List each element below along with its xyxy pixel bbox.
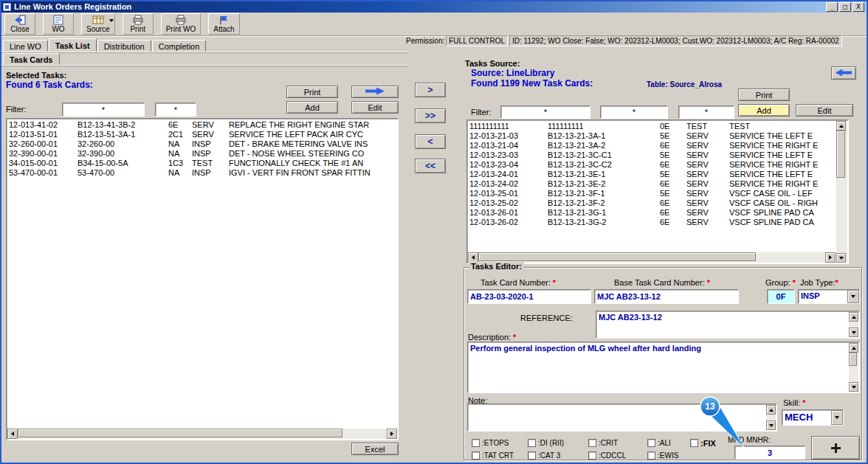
task-card-number-label: Task Card Number:* [480, 278, 556, 287]
source-vscrollbar[interactable] [836, 121, 847, 263]
move-all-right-button[interactable]: >> [415, 108, 446, 123]
scroll-up-arrow[interactable] [849, 343, 858, 353]
checkbox-etops[interactable]: :ETOPS [472, 439, 528, 447]
toolbar-button-close[interactable]: Close [4, 13, 35, 35]
source-move-arrow-button[interactable] [831, 66, 856, 80]
toolbar-button-print[interactable]: Print [123, 13, 154, 35]
scroll-thumb[interactable] [478, 252, 756, 261]
scroll-right-arrow[interactable] [825, 252, 836, 263]
checkbox-box[interactable] [588, 451, 596, 460]
checkbox-box[interactable] [588, 439, 596, 447]
scroll-up-arrow[interactable] [836, 121, 846, 131]
base-task-card-number-input[interactable] [594, 289, 739, 304]
selected-move-arrow-button[interactable] [351, 86, 399, 98]
list-row[interactable]: 32-390-00-0132-390-00NAINSPDET - NOSE WH… [9, 149, 396, 159]
chevron-down-icon[interactable] [109, 19, 114, 22]
list-row[interactable]: 12-013-24-01B12-13-21-3E-15ESERVSERVICE … [469, 170, 835, 179]
list-row[interactable]: 34-015-00-01B34-15-00-5A1C3TESTFUNCTIONA… [9, 159, 396, 168]
scroll-up-arrow[interactable] [766, 405, 776, 415]
selected-hscrollbar[interactable] [7, 429, 397, 439]
tab-task-cards[interactable]: Task Cards [3, 53, 60, 65]
list-row[interactable]: 12-013-41-02B12-13-41-3B-26ESERVREPLACE … [9, 120, 396, 130]
maximize-button[interactable]: □ [839, 2, 851, 12]
scroll-down-arrow[interactable] [849, 328, 858, 337]
source-edit-button[interactable]: Edit [796, 104, 853, 117]
scroll-up-arrow[interactable] [849, 312, 858, 322]
checkbox-box[interactable] [647, 439, 655, 447]
tasks-source-list[interactable]: 11111111111111111110ETESTTEST12-013-21-0… [466, 120, 849, 264]
source-hscrollbar[interactable] [468, 252, 836, 263]
source-filter-input-2[interactable] [600, 105, 668, 119]
job-type-select[interactable]: INSP [798, 289, 860, 304]
skill-select[interactable]: MECH [782, 409, 844, 426]
toolbar-button-source[interactable]: Source [81, 13, 115, 35]
list-row[interactable]: 32-260-00-0132-260-00NAINSPDET - BRAKE M… [9, 139, 396, 149]
chevron-down-icon[interactable] [831, 410, 843, 425]
selected-filter-input-1[interactable] [62, 103, 145, 117]
checkbox-box[interactable] [647, 451, 655, 460]
scroll-thumb[interactable] [836, 131, 845, 178]
source-add-button[interactable]: Add [738, 104, 790, 117]
move-all-left-button[interactable]: << [415, 159, 446, 173]
editor-apply-button[interactable] [811, 436, 860, 460]
reference-field[interactable]: MJC AB23-13-12 [596, 311, 860, 339]
list-row[interactable]: 12-013-51-01B12-13-51-3A-12C1SERVSERVICE… [9, 130, 396, 139]
selected-add-button[interactable]: Add [286, 101, 338, 114]
source-filter-input-3[interactable] [678, 105, 734, 119]
description-value: Perform general inspection of MLG wheel … [470, 344, 847, 353]
list-row[interactable]: 53-470-00-0153-470-00NAINSPIGVI - VERT F… [9, 168, 396, 178]
group-input[interactable] [767, 289, 795, 304]
close-window-button[interactable]: X [852, 2, 864, 12]
selected-tasks-list[interactable]: 12-013-41-02B12-13-41-3B-26ESERVREPLACE … [6, 118, 399, 440]
toolbar-button-wo[interactable]: WO [43, 13, 74, 35]
titlebar[interactable]: Line Work Orders Registration _ □ X [1, 1, 867, 13]
list-row[interactable]: 12-013-26-01B12-13-21-3G-16ESERVVSCF SPL… [469, 208, 835, 218]
scroll-thumb[interactable] [18, 429, 342, 437]
list-row[interactable]: 12-013-23-03B12-13-21-3C-C15ESERVSERVICE… [469, 150, 835, 160]
list-row[interactable]: 11111111111111111110ETESTTEST [469, 122, 835, 131]
checkbox-cat-3[interactable]: :CAT 3 [528, 451, 588, 460]
scroll-right-arrow[interactable] [387, 429, 397, 439]
list-row[interactable]: 12-013-25-01B12-13-21-3F-15ESERVVSCF CAS… [469, 189, 835, 198]
excel-button[interactable]: Excel [351, 443, 399, 455]
selected-filter-input-2[interactable] [155, 103, 196, 117]
list-row[interactable]: 12-013-24-02B12-13-21-3E-26ESERVSERVICE … [469, 179, 835, 189]
move-right-button[interactable]: > [415, 83, 446, 97]
list-row[interactable]: 12-013-26-02B12-13-21-3G-26ESERVVSCF SPL… [469, 218, 835, 227]
checkbox-crit[interactable]: :CRIT [588, 439, 647, 447]
note-scrollbar[interactable] [766, 405, 776, 430]
minimize-button[interactable]: _ [826, 2, 838, 12]
checkbox-di-rii[interactable]: :DI (RII) [528, 439, 588, 447]
list-row[interactable]: 12-013-21-04B12-13-21-3A-26ESERVSERVICE … [469, 141, 835, 150]
source-print-button[interactable]: Print [738, 89, 790, 101]
tab-line-wo[interactable]: Line WO [3, 40, 48, 52]
task-card-number-input[interactable] [467, 289, 591, 304]
scroll-thumb[interactable] [849, 353, 857, 366]
scroll-down-arrow[interactable] [766, 420, 776, 430]
list-row[interactable]: 12-013-21-03B12-13-21-3A-15ESERVSERVICE … [469, 131, 835, 141]
checkbox-box[interactable] [528, 439, 536, 447]
chevron-down-icon[interactable] [847, 290, 859, 303]
tab-distribution[interactable]: Distribution [97, 40, 151, 52]
reference-scrollbar[interactable] [849, 312, 858, 337]
toolbar-button-print-wo[interactable]: Print WO [161, 13, 202, 35]
checkbox-box[interactable] [472, 439, 480, 447]
list-row[interactable]: 12-013-23-04B12-13-21-3C-C26ESERVSERVICE… [469, 160, 835, 170]
tab-task-list[interactable]: Task List [49, 38, 97, 52]
toolbar-button-attach[interactable]: Attach [208, 13, 239, 35]
scroll-down-arrow[interactable] [849, 382, 858, 392]
move-left-button[interactable]: < [415, 134, 446, 149]
tab-completion[interactable]: Completion [152, 40, 207, 52]
scroll-left-arrow[interactable] [7, 429, 18, 439]
checkbox-cdccl[interactable]: :CDCCL [588, 451, 647, 460]
checkbox-box[interactable] [472, 451, 480, 460]
selected-edit-button[interactable]: Edit [351, 101, 399, 114]
checkbox-box[interactable] [528, 451, 536, 460]
description-scrollbar[interactable] [849, 343, 858, 392]
scroll-left-arrow[interactable] [468, 252, 478, 263]
list-row[interactable]: 12-013-25-02B12-13-21-3F-26ESERVVSCF CAS… [469, 198, 835, 208]
scroll-down-arrow[interactable] [836, 253, 846, 263]
selected-print-button[interactable]: Print [286, 86, 338, 98]
checkbox-tat-crt[interactable]: :TAT CRT [472, 451, 528, 460]
source-filter-input-1[interactable] [500, 105, 590, 119]
